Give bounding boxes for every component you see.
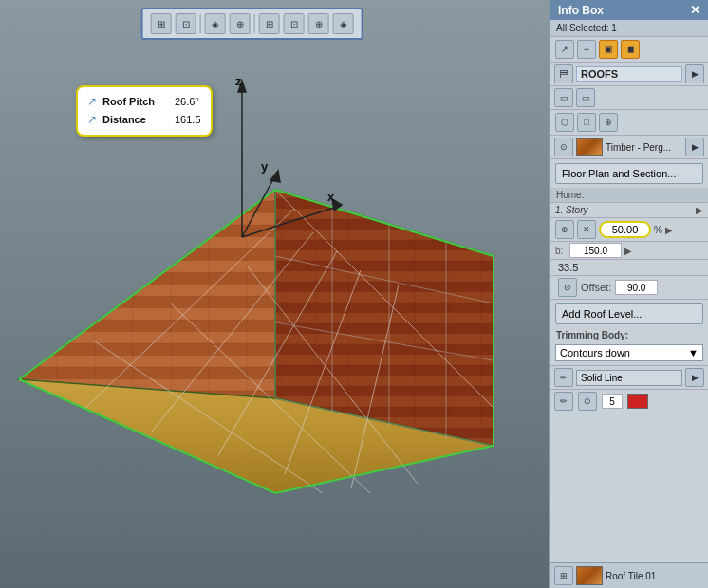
pen-row: ✏ ⊙ [550,390,708,413]
pen-icon-2[interactable]: ⊙ [578,392,597,411]
offset-label: Offset: [581,282,611,293]
offset-icon[interactable]: ⊙ [558,278,577,297]
toolbar-icon-4[interactable]: ⊕ [230,13,251,34]
toolbar-icon-6[interactable]: ⊡ [284,13,305,34]
panel-toolbar-2: ⬡ □ ⊕ [550,110,708,136]
roof-pitch-value: 26.6° [175,94,199,111]
toolbar-icon-5[interactable]: ⊞ [259,13,280,34]
param-row-b: b: ▶ [550,242,708,260]
info-box-panel: Info Box ✕ All Selected: 1 ↗ ↔ ▣ ◼ ⛿ ROO… [549,0,708,588]
panel-icon-geo[interactable]: ⬡ [555,113,574,132]
solid-line-arrow[interactable]: ▶ [685,368,704,387]
all-selected-label: All Selected: 1 [550,20,708,37]
roofs-arrow-icon[interactable]: ▶ [685,64,704,83]
roofs-row: ⛿ ROOFS ▶ [550,63,708,86]
solid-line-icon[interactable]: ✏ [554,368,573,387]
trimming-value: Contours down [560,347,630,358]
material-swatch [576,138,603,156]
material-label: Timber - Perg... [606,142,682,153]
layer-icon-2[interactable]: ▭ [576,88,595,107]
panel-icon-sq[interactable]: □ [577,113,596,132]
info-box-title: Info Box [558,4,604,17]
roof-tile-texture [576,566,603,585]
param-arrow[interactable]: ▶ [665,225,673,235]
panel-icon-move[interactable]: ↔ [577,40,596,59]
roof-tile-tool-icon[interactable]: ⊞ [554,566,573,585]
info-box-close[interactable]: ✕ [690,3,700,17]
axis-x-label: x [327,190,334,204]
toolbar-icon-8[interactable]: ◈ [333,13,354,34]
b-value-input[interactable] [569,243,622,258]
roof-pitch-icon: ↗ [87,93,97,111]
panel-icon-3d[interactable]: ▣ [599,40,618,59]
param-unit: % [654,225,662,235]
floor-plan-section-button[interactable]: Floor Plan and Section... [555,163,703,184]
b-arrow[interactable]: ▶ [624,246,632,256]
roof-tool-icon[interactable]: ⛿ [554,64,573,83]
material-icon[interactable]: ⊙ [554,138,573,156]
offset-value-input[interactable] [615,280,658,295]
b-label: b: [555,246,567,256]
axis-z-label: z [235,74,242,88]
story-row: 1. Story ▶ [550,203,708,218]
offset-row: ⊙ Offset: [550,276,708,300]
roof-tile-label: Roof Tile 01 [606,571,704,581]
3d-viewport[interactable]: z y x ⊞ ⊡ ◈ ⊕ ⊞ ⊡ ⊕ ◈ ↗ Roof Pitch 26.6°… [0,0,549,588]
material-arrow[interactable]: ▶ [685,138,704,156]
param-row-1: ⊕ ✕ % ▶ [550,218,708,242]
panel-icon-tag[interactable]: ⊕ [599,113,618,132]
layer-icon-1[interactable]: ▭ [554,88,573,107]
solid-line-row: ✏ Solid Line ▶ [550,365,708,390]
story-arrow-btn[interactable]: ▶ [696,205,703,215]
distance-value: 161.5 [175,112,201,129]
toolbar-icon-2[interactable]: ⊡ [176,13,196,34]
measurement-tooltip: ↗ Roof Pitch 26.6° ↗ Distance 161.5 [76,85,213,137]
panel-toolbar-1: ↗ ↔ ▣ ◼ [550,37,708,63]
roofs-label: ROOFS [576,66,682,82]
toolbar-icon-1[interactable]: ⊞ [151,13,172,34]
add-roof-level-button[interactable]: Add Roof Level... [555,303,703,324]
home-label: Home: [550,188,708,203]
panel-icon-fill[interactable]: ◼ [621,40,640,59]
pen-color-swatch [627,394,648,409]
param-icon-x[interactable]: ✕ [577,220,596,239]
distance-label: Distance [102,112,169,129]
param-icon-1[interactable]: ⊕ [555,220,574,239]
layer-row: ▭ ▭ [550,86,708,110]
pen-icon[interactable]: ✏ [554,392,573,411]
info-box-header: Info Box ✕ [550,0,708,20]
viewport-toolbar: ⊞ ⊡ ◈ ⊕ ⊞ ⊡ ⊕ ◈ [141,8,363,40]
solid-line-label: Solid Line [576,370,682,386]
roof-tile-row: ⊞ Roof Tile 01 [550,562,708,588]
material-row: ⊙ Timber - Perg... ▶ [550,136,708,159]
toolbar-icon-7[interactable]: ⊕ [308,13,329,34]
distance-icon: ↗ [87,111,97,129]
roof-pitch-label: Roof Pitch [102,94,169,111]
trimming-chevron-icon: ▼ [688,347,699,358]
param-value-input[interactable] [599,221,651,238]
story-label: 1. Story [555,205,696,215]
single-value-row: 33.5 [550,260,708,276]
trimming-body-label: Trimming Body: [550,328,708,342]
axis-y-label: y [261,159,268,174]
trimming-dropdown[interactable]: Contours down ▼ [555,344,703,361]
toolbar-icon-3[interactable]: ◈ [205,13,226,34]
pen-number-input[interactable] [602,394,623,409]
panel-icon-arrow[interactable]: ↗ [555,40,574,59]
